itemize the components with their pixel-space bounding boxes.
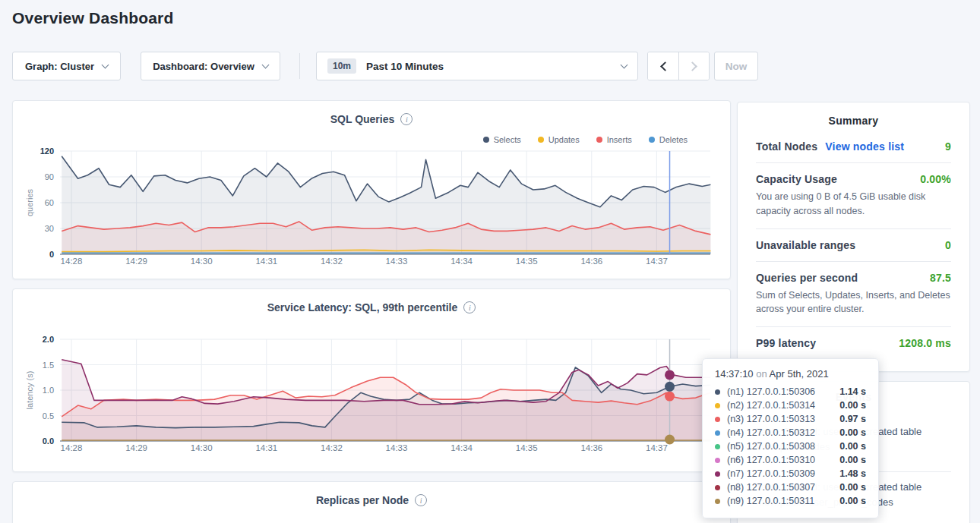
- chevron-down-icon: [621, 61, 628, 69]
- chevron-right-icon: [688, 61, 697, 71]
- tooltip-node-row: (n2) 127.0.0.1:503140.00 s: [715, 399, 866, 412]
- page-title: Overview Dashboard: [12, 9, 174, 27]
- chart-title-row: Replicas per Node i: [13, 494, 730, 506]
- now-button[interactable]: Now: [714, 52, 758, 80]
- svg-text:14:31: 14:31: [255, 443, 277, 452]
- time-range-badge: 10m: [327, 58, 356, 74]
- svg-text:14:34: 14:34: [450, 257, 473, 266]
- time-range-label: Past 10 Minutes: [366, 61, 444, 72]
- svg-text:60: 60: [45, 198, 54, 207]
- dashboard-dropdown-label: Dashboard: Overview: [153, 61, 254, 72]
- tooltip-node-label: (n4) 127.0.0.1:50312: [727, 427, 815, 438]
- summary-row-label: Capacity Usage: [756, 173, 837, 185]
- series-dot-icon: [715, 485, 720, 490]
- chart-tooltip: 14:37:10 on Apr 5th, 2021 (n1) 127.0.0.1…: [702, 358, 879, 518]
- tooltip-node-row: (n4) 127.0.0.1:503120.00 s: [715, 426, 866, 440]
- summary-row: Total NodesView nodes list9: [756, 140, 951, 153]
- svg-text:14:30: 14:30: [191, 257, 213, 266]
- summary-row-label: P99 latency: [756, 337, 816, 349]
- tooltip-node-label: (n7) 127.0.0.1:50309: [727, 468, 815, 479]
- series-dot-icon: [715, 499, 720, 504]
- sql-queries-chart-canvas[interactable]: 030609012014:2814:2914:3014:3114:3214:33…: [13, 101, 732, 280]
- service-latency-chart-canvas[interactable]: 0.00.51.01.52.014:2814:2914:3014:3114:32…: [13, 289, 732, 473]
- svg-text:14:35: 14:35: [516, 443, 538, 452]
- chevron-down-icon: [102, 61, 109, 69]
- summary-row-description: Sum of Selects, Updates, Inserts, and De…: [756, 288, 951, 317]
- tooltip-node-row: (n6) 127.0.0.1:503100.00 s: [715, 453, 866, 467]
- summary-row-value: 9: [945, 140, 951, 153]
- tooltip-node-row: (n7) 127.0.0.1:503091.48 s: [715, 467, 866, 480]
- summary-divider: [756, 326, 951, 327]
- svg-text:90: 90: [45, 172, 54, 181]
- summary-divider: [756, 261, 951, 262]
- tooltip-timestamp: 14:37:10 on Apr 5th, 2021: [715, 368, 866, 380]
- svg-text:14:37: 14:37: [646, 443, 668, 452]
- tooltip-node-value: 0.00 s: [839, 496, 866, 506]
- sql-queries-chart-card: SQL Queries i SelectsUpdatesInsertsDelet…: [12, 100, 731, 279]
- series-dot-icon: [715, 458, 720, 463]
- svg-text:14:28: 14:28: [61, 443, 83, 452]
- summary-row-value: 1208.0 ms: [899, 337, 951, 349]
- summary-divider: [756, 162, 951, 163]
- service-latency-chart-card: Service Latency: SQL, 99th percentile i …: [12, 288, 731, 472]
- svg-text:2.0: 2.0: [43, 335, 54, 344]
- summary-row-label: Queries per second: [756, 272, 858, 284]
- tooltip-node-value: 0.97 s: [839, 414, 866, 424]
- tooltip-node-label: (n9) 127.0.0.1:50311: [727, 496, 814, 506]
- tooltip-node-value: 1.14 s: [839, 386, 866, 397]
- svg-text:0.5: 0.5: [43, 411, 54, 421]
- summary-row-label: Total Nodes: [756, 140, 817, 153]
- svg-text:14:33: 14:33: [386, 443, 408, 452]
- graph-dropdown[interactable]: Graph: Cluster: [12, 52, 121, 80]
- series-dot-icon: [715, 403, 720, 408]
- time-range-dropdown[interactable]: 10m Past 10 Minutes: [316, 52, 638, 80]
- svg-text:1.5: 1.5: [43, 361, 54, 370]
- tooltip-node-label: (n1) 127.0.0.1:50306: [727, 386, 815, 397]
- summary-title: Summary: [756, 115, 951, 127]
- tooltip-node-value: 0.00 s: [839, 482, 866, 493]
- svg-text:14:34: 14:34: [450, 443, 473, 452]
- chevron-left-icon: [660, 61, 670, 71]
- tooltip-node-label: (n5) 127.0.0.1:50308: [727, 441, 815, 452]
- svg-text:14:33: 14:33: [386, 257, 408, 266]
- time-next-button[interactable]: [678, 52, 709, 80]
- tooltip-node-label: (n2) 127.0.0.1:50314: [727, 400, 815, 411]
- tooltip-node-row: (n9) 127.0.0.1:503110.00 s: [715, 494, 866, 508]
- svg-text:14:29: 14:29: [125, 443, 147, 452]
- summary-panel: Summary Total NodesView nodes list9Capac…: [737, 102, 970, 372]
- svg-text:1.0: 1.0: [43, 386, 54, 395]
- summary-row-value: 0: [945, 239, 951, 251]
- series-dot-icon: [715, 417, 720, 422]
- time-prev-button[interactable]: [648, 52, 678, 80]
- dashboard-dropdown[interactable]: Dashboard: Overview: [141, 52, 280, 80]
- tooltip-node-label: (n6) 127.0.0.1:50310: [727, 455, 815, 465]
- svg-text:0.0: 0.0: [43, 436, 54, 446]
- tooltip-node-value: 0.00 s: [839, 455, 866, 465]
- view-nodes-list-link[interactable]: View nodes list: [825, 140, 904, 153]
- tooltip-node-row: (n5) 127.0.0.1:503080.00 s: [715, 440, 866, 453]
- svg-text:14:36: 14:36: [580, 443, 602, 452]
- tooltip-node-label: (n3) 127.0.0.1:50313: [727, 414, 815, 424]
- svg-text:latency (s): latency (s): [25, 371, 34, 410]
- summary-row: Unavailable ranges0: [756, 239, 951, 251]
- svg-text:queries: queries: [25, 188, 34, 216]
- tooltip-node-label: (n8) 127.0.0.1:50307: [727, 482, 815, 493]
- svg-text:0: 0: [49, 250, 54, 259]
- chevron-down-icon: [261, 61, 269, 69]
- series-dot-icon: [715, 430, 720, 436]
- svg-text:14:32: 14:32: [321, 257, 343, 266]
- replicas-per-node-chart-title: Replicas per Node: [316, 494, 409, 506]
- svg-text:14:37: 14:37: [646, 257, 668, 266]
- series-dot-icon: [715, 389, 720, 395]
- summary-row: P99 latency1208.0 ms: [756, 337, 951, 349]
- svg-text:14:28: 14:28: [61, 257, 83, 266]
- replicas-per-node-chart-card: Replicas per Node i: [12, 481, 731, 523]
- summary-row-value: 0.00%: [920, 173, 951, 185]
- tooltip-node-row: (n3) 127.0.0.1:503130.97 s: [715, 412, 866, 426]
- info-icon[interactable]: i: [415, 494, 427, 506]
- summary-divider: [756, 228, 951, 229]
- svg-text:120: 120: [40, 147, 54, 156]
- svg-text:14:29: 14:29: [125, 257, 147, 266]
- tooltip-node-value: 1.48 s: [839, 468, 866, 479]
- tooltip-node-value: 0.00 s: [839, 441, 866, 452]
